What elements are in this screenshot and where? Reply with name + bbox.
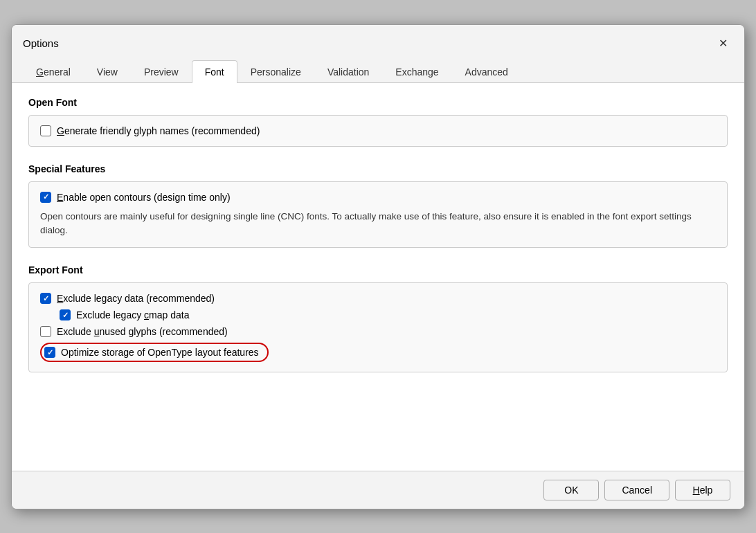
open-contours-description: Open contours are mainly useful for desi… <box>40 210 716 238</box>
friendly-glyph-row: Generate friendly glyph names (recommend… <box>40 125 716 136</box>
open-font-title: Open Font <box>28 97 728 108</box>
special-features-title: Special Features <box>28 163 728 174</box>
help-button[interactable]: Help <box>675 480 730 500</box>
tab-advanced[interactable]: Advanced <box>452 60 521 83</box>
tab-exchange[interactable]: Exchange <box>382 60 451 83</box>
exclude-legacy-checkbox[interactable] <box>40 293 51 304</box>
tab-font[interactable]: Font <box>192 60 237 83</box>
exclude-legacy-row: Exclude legacy data (recommended) <box>40 293 716 304</box>
open-font-section: Open Font Generate friendly glyph names … <box>28 97 728 147</box>
tab-general[interactable]: General <box>23 60 84 83</box>
export-font-box: Exclude legacy data (recommended) Exclud… <box>28 282 728 372</box>
export-font-title: Export Font <box>28 264 728 275</box>
exclude-legacy-label: Exclude legacy data (recommended) <box>57 293 215 304</box>
exclude-cmap-label: Exclude legacy cmap data <box>76 309 189 320</box>
title-bar: Options ✕ <box>12 25 744 54</box>
tab-validation[interactable]: Validation <box>314 60 382 83</box>
exclude-unused-checkbox[interactable] <box>40 326 51 337</box>
open-contours-checkbox[interactable] <box>40 192 51 203</box>
close-button[interactable]: ✕ <box>712 33 733 54</box>
optimize-storage-row: Optimize storage of OpenType layout feat… <box>40 343 716 362</box>
options-dialog: Options ✕ General View Preview Font Pers… <box>11 24 745 509</box>
ok-button[interactable]: OK <box>543 480 599 500</box>
dialog-footer: OK Cancel Help <box>12 471 744 509</box>
export-font-section: Export Font Exclude legacy data (recomme… <box>28 264 728 372</box>
special-features-box: Enable open contours (design time only) … <box>28 181 728 249</box>
cancel-button[interactable]: Cancel <box>604 480 669 500</box>
optimize-storage-checkbox[interactable] <box>44 347 55 358</box>
friendly-glyph-checkbox[interactable] <box>40 125 51 136</box>
tabs-bar: General View Preview Font Personalize Va… <box>12 60 744 83</box>
exclude-unused-label: Exclude unused glyphs (recommended) <box>57 326 228 337</box>
exclude-cmap-row: Exclude legacy cmap data <box>60 309 716 320</box>
open-font-box: Generate friendly glyph names (recommend… <box>28 115 728 147</box>
tab-content: Open Font Generate friendly glyph names … <box>12 83 744 471</box>
open-contours-label: Enable open contours (design time only) <box>57 192 231 203</box>
tab-view[interactable]: View <box>84 60 131 83</box>
exclude-unused-row: Exclude unused glyphs (recommended) <box>40 326 716 337</box>
dialog-title: Options <box>23 37 59 49</box>
open-contours-row: Enable open contours (design time only) <box>40 192 716 203</box>
exclude-cmap-checkbox[interactable] <box>60 309 71 320</box>
tab-personalize[interactable]: Personalize <box>237 60 314 83</box>
special-features-section: Special Features Enable open contours (d… <box>28 163 728 249</box>
friendly-glyph-label: Generate friendly glyph names (recommend… <box>57 125 260 136</box>
optimize-storage-highlight: Optimize storage of OpenType layout feat… <box>40 343 269 362</box>
tab-preview[interactable]: Preview <box>131 60 192 83</box>
optimize-storage-label: Optimize storage of OpenType layout feat… <box>61 347 259 358</box>
